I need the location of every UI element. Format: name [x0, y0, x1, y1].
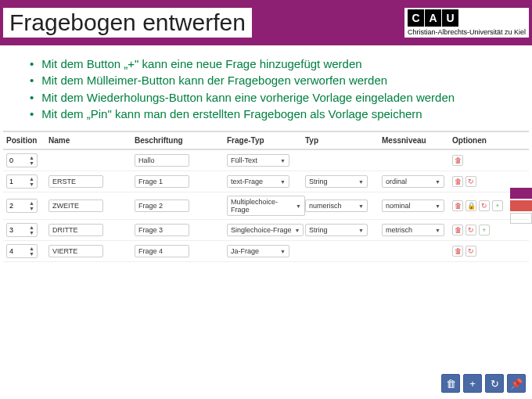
side-tabs [510, 188, 532, 225]
table-row: 3▲▼DRITTEFrage 3Singlechoice-Frage▼Strin… [3, 220, 529, 241]
lock-icon[interactable]: 🔒 [466, 200, 476, 211]
bullet-list: •Mit dem Button „+" kann eine neue Frage… [0, 45, 532, 131]
col-position: Position [3, 136, 49, 145]
scale-select[interactable]: metrisch▼ [382, 224, 444, 236]
question-type-select[interactable]: Singlechoice-Frage▼ [227, 224, 304, 236]
col-typ: Typ [305, 136, 382, 145]
trash-icon[interactable]: 🗑 [452, 176, 463, 187]
bullet-item: •Mit dem Mülleimer-Button kann der Frage… [30, 73, 516, 88]
name-input[interactable]: ZWEITE [49, 200, 103, 212]
slide-header: Fragebogen entwerfen C A U Christian-Alb… [0, 0, 532, 45]
trash-icon[interactable]: 🗑 [452, 246, 463, 257]
side-tab-purple[interactable] [510, 188, 532, 199]
label-input[interactable]: Hallo [135, 154, 189, 167]
label-input[interactable]: Frage 3 [135, 224, 189, 236]
question-type-select[interactable]: text-Frage▼ [227, 175, 289, 188]
question-type-select[interactable]: Ja-Frage▼ [227, 245, 289, 257]
name-input[interactable]: DRITTE [49, 224, 103, 236]
bullet-item: •Mit dem Wiederholungs-Button kann eine … [30, 90, 516, 106]
col-name: Name [49, 136, 135, 145]
col-beschriftung: Beschriftung [135, 136, 227, 145]
label-input[interactable]: Frage 4 [135, 245, 189, 257]
refresh-icon[interactable]: ↻ [466, 176, 476, 187]
side-tab-outline[interactable] [510, 213, 532, 224]
university-logo: C A U Christian-Albrechts-Universität zu… [404, 8, 529, 38]
logo-u: U [442, 9, 459, 27]
trash-button[interactable]: 🗑 [441, 374, 460, 393]
add-button[interactable]: + [463, 374, 482, 393]
refresh-icon[interactable]: ↻ [466, 246, 476, 257]
bullet-item: •Mit dem Button „+" kann eine neue Frage… [30, 56, 516, 72]
table-row: 2▲▼ZWEITEFrage 2Multiplechoice-Frage▼num… [3, 192, 529, 220]
name-input[interactable]: VIERTE [49, 245, 103, 257]
table-header: Position Name Beschriftung Frage-Typ Typ… [3, 131, 529, 150]
logo-subtitle: Christian-Albrechts-Universität zu Kiel [408, 28, 526, 36]
refresh-icon[interactable]: ↻ [479, 200, 490, 211]
page-title: Fragebogen entwerfen [3, 8, 252, 38]
table-row: 4▲▼VIERTEFrage 4Ja-Frage▼🗑↻ [3, 241, 529, 262]
position-stepper[interactable]: 3▲▼ [6, 223, 38, 237]
refresh-icon[interactable]: ↻ [466, 225, 476, 235]
trash-icon[interactable]: 🗑 [452, 225, 463, 235]
table-row: 1▲▼ERSTEFrage 1text-Frage▼String▼ordinal… [3, 171, 529, 192]
position-stepper[interactable]: 1▲▼ [6, 174, 38, 189]
question-type-select[interactable]: Füll-Text▼ [227, 154, 289, 167]
logo-c: C [408, 9, 425, 27]
questions-table: Position Name Beschriftung Frage-Typ Typ… [0, 131, 532, 262]
position-stepper[interactable]: 4▲▼ [6, 244, 38, 258]
label-input[interactable]: Frage 1 [135, 175, 189, 188]
data-type-select[interactable]: String▼ [305, 224, 368, 236]
plus-icon[interactable]: + [479, 225, 490, 235]
side-tab-red[interactable] [510, 200, 532, 211]
table-row: 0▲▼HalloFüll-Text▼🗑 [3, 150, 529, 171]
trash-icon[interactable]: 🗑 [452, 200, 463, 211]
label-input[interactable]: Frage 2 [135, 200, 189, 212]
scale-select[interactable]: ordinal▼ [382, 175, 444, 188]
col-fragetyp: Frage-Typ [227, 136, 305, 145]
position-stepper[interactable]: 0▲▼ [6, 153, 38, 167]
col-optionen: Optionen [452, 136, 523, 145]
pin-button[interactable]: 📌 [507, 374, 526, 393]
position-stepper[interactable]: 2▲▼ [6, 199, 38, 213]
question-type-select[interactable]: Multiplechoice-Frage▼ [227, 196, 305, 216]
reload-button[interactable]: ↻ [485, 374, 504, 393]
logo-a: A [425, 9, 442, 27]
scale-select[interactable]: nominal▼ [382, 200, 444, 212]
trash-icon[interactable]: 🗑 [452, 155, 463, 166]
data-type-select[interactable]: numerisch▼ [305, 200, 368, 212]
bullet-item: •Mit dem „Pin" kann man den erstellten F… [30, 106, 516, 122]
plus-icon[interactable]: + [492, 200, 503, 211]
data-type-select[interactable]: String▼ [305, 175, 368, 188]
name-input[interactable]: ERSTE [49, 175, 103, 188]
bottom-toolbar: 🗑 + ↻ 📌 [441, 374, 526, 393]
col-messniveau: Messniveau [382, 136, 452, 145]
